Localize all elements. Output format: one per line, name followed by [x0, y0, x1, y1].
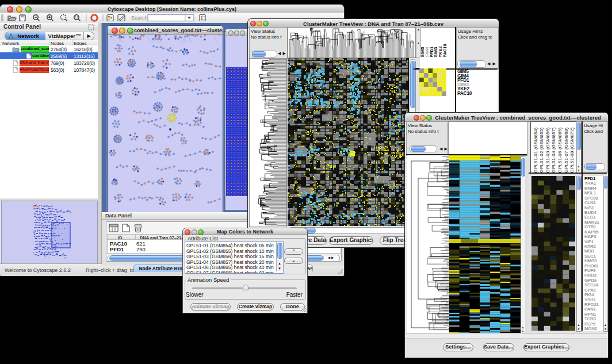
svg-text:Search:: Search:	[131, 15, 149, 21]
svg-text:1:1: 1:1	[75, 16, 79, 19]
